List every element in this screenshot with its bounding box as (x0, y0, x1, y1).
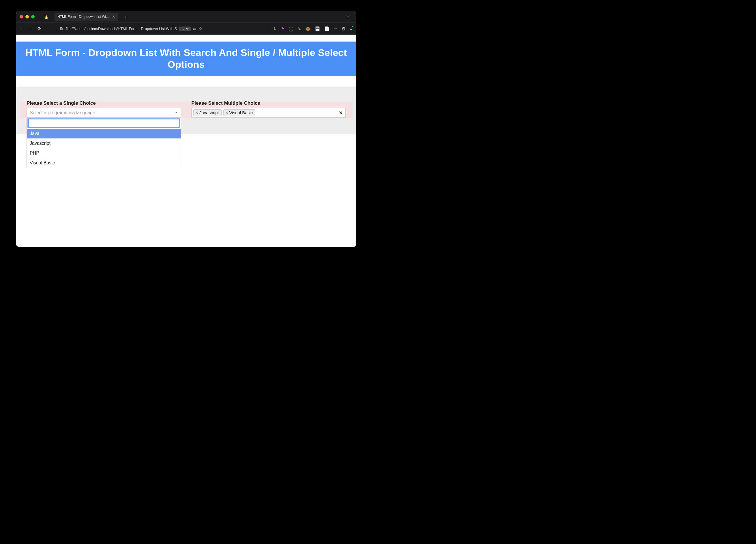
single-select-column: Please Select a Single Choice Select a p… (27, 100, 181, 118)
toolbar-icons: ⌵ ⬇ ⚑ ◯ ✎ 🐵 💾 📄 ✏ ⚙ ≡ (266, 26, 352, 31)
single-select-label: Please Select a Single Choice (27, 100, 181, 108)
address-bar: ← → ⟳ 🗎 file:///Users/nathan/Downloads/H… (16, 23, 356, 35)
extension-icon-1[interactable]: ⚑ (281, 26, 285, 31)
extension-icon-5[interactable]: 💾 (315, 26, 320, 31)
extension-icon-3[interactable]: ✎ (297, 26, 301, 31)
dropdown-option[interactable]: Visual Basic (27, 158, 181, 168)
extension-icon-2[interactable]: ◯ (289, 26, 293, 31)
form-section: Please Select a Single Choice Select a p… (16, 87, 356, 134)
hamburger-menu-icon[interactable]: ≡ (349, 26, 352, 31)
back-button[interactable]: ← (20, 26, 25, 31)
single-select-dropdown: Java Javascript PHP Visual Basic (27, 118, 181, 168)
chip-remove-icon[interactable]: ✕ (225, 111, 228, 115)
firefox-icon: 🔥 (44, 14, 49, 19)
reload-button[interactable]: ⟳ (38, 26, 41, 31)
downloads-icon[interactable]: ⬇ (273, 26, 277, 31)
selected-chip: ✕ Visual Basic (223, 109, 255, 116)
bookmark-star-icon[interactable]: ☆ (199, 26, 202, 31)
titlebar: 🔥 HTML Form - Dropdown List With S ✕ ＋ ﹀ (16, 11, 356, 23)
selected-chip: ✕ Javascript (193, 109, 222, 116)
multi-select-control[interactable]: ✕ Javascript ✕ Visual Basic ✕ (191, 108, 346, 118)
page-title: HTML Form - Dropdown List With Search An… (22, 47, 350, 70)
dropdown-options-list: Java Javascript PHP Visual Basic (27, 129, 181, 168)
tab-title: HTML Form - Dropdown List With S (57, 15, 110, 19)
chip-remove-icon[interactable]: ✕ (195, 111, 198, 115)
extension-icon-8[interactable]: ⚙ (342, 26, 345, 31)
dropdown-search-input[interactable] (28, 119, 179, 128)
new-tab-button[interactable]: ＋ (123, 13, 128, 20)
caret-up-icon (175, 112, 178, 113)
extension-icon-4[interactable]: 🐵 (305, 26, 311, 31)
url-box[interactable]: 🗎 file:///Users/nathan/Downloads/HTML Fo… (60, 26, 202, 31)
dropdown-option[interactable]: Javascript (27, 139, 181, 148)
extension-icon-6[interactable]: 📄 (324, 26, 330, 31)
maximize-window-button[interactable] (31, 15, 35, 18)
single-select-control[interactable]: Select a programming language (27, 108, 181, 118)
zoom-badge[interactable]: 120% (179, 27, 191, 31)
page-header: HTML Form - Dropdown List With Search An… (16, 42, 356, 76)
tabs-overflow-icon[interactable]: ﹀ (346, 14, 350, 19)
dropdown-search-wrap (27, 118, 181, 129)
multi-select-column: Please Select Multiple Choice ✕ Javascri… (191, 100, 346, 118)
minimize-window-button[interactable] (25, 15, 29, 18)
page-icon: 🗎 (60, 27, 63, 31)
clear-all-icon[interactable]: ✕ (339, 110, 343, 115)
browser-tab[interactable]: HTML Form - Dropdown List With S ✕ (55, 13, 118, 21)
reader-mode-icon[interactable]: ▭ (193, 27, 196, 31)
dropdown-option[interactable]: PHP (27, 148, 181, 158)
close-window-button[interactable] (20, 15, 23, 18)
dropdown-option[interactable]: Java (27, 129, 181, 139)
page-viewport: HTML Form - Dropdown List With Search An… (16, 35, 356, 247)
pocket-icon[interactable]: ⌵ (266, 26, 269, 31)
browser-window: 🔥 HTML Form - Dropdown List With S ✕ ＋ ﹀… (16, 11, 356, 247)
chip-label: Javascript (199, 110, 219, 115)
forward-button[interactable]: → (29, 26, 33, 31)
url-text: file:///Users/nathan/Downloads/HTML Form… (66, 27, 177, 31)
single-select-placeholder: Select a programming language (30, 110, 95, 115)
multi-select-label: Please Select Multiple Choice (191, 100, 346, 108)
chip-label: Visual Basic (229, 110, 253, 115)
close-tab-icon[interactable]: ✕ (112, 15, 115, 19)
window-controls (20, 15, 35, 18)
extension-icon-7[interactable]: ✏ (334, 26, 338, 31)
